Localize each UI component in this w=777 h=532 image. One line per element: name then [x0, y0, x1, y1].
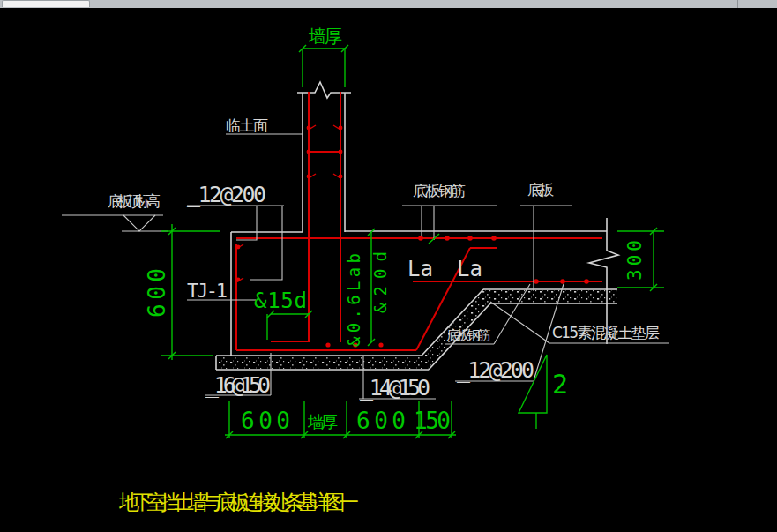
dim-bottom-600-right: 600 [356, 408, 406, 434]
label-slab-top-elevation: 底板顶标高 [108, 192, 161, 210]
label-hook-min: &15d [254, 288, 307, 313]
label-cushion: C15素混凝土垫层 [552, 324, 660, 341]
label-footing-mid-rebar: _14@150 [360, 375, 430, 401]
drawing-canvas[interactable]: 墙厚 600 &0.6Lab &20d &15d [0, 0, 777, 532]
label-slab-bottom-rebar-spec: _12@200 [457, 357, 534, 383]
label-slab: 底板 [527, 181, 554, 199]
label-slope-number: 2 [552, 369, 568, 400]
dim-bottom-150: 150 [414, 408, 451, 434]
label-anchor-lab: &0.6Lab [344, 253, 363, 347]
label-slab-rebar-bottom: 底板钢筋 [446, 327, 490, 343]
dim-bottom-600-left: 600 [241, 408, 290, 434]
label-la-right: La [457, 257, 482, 281]
label-slab-rebar-top: 底板钢筋 [413, 182, 466, 199]
drawing-title: 地下室挡土墙与底板连接处条基详图一 [118, 491, 359, 513]
dim-bottom-wall-thickness: 墙厚 [307, 412, 338, 431]
label-wall-rebar: _12@200 [187, 182, 266, 207]
cad-window: 墙厚 600 &0.6Lab &20d &15d [0, 0, 777, 532]
dim-footing-height-value: 600 [144, 268, 170, 318]
label-soil-face: 临土面 [226, 116, 268, 134]
label-footing-bottom-rebar: _16@150 [205, 372, 271, 398]
dim-slab-thickness-value: 300 [624, 240, 646, 281]
label-la-left: La [407, 257, 433, 281]
label-wall-thickness-top: 墙厚 [308, 26, 342, 47]
label-footing-id: TJ-1 [187, 280, 228, 302]
